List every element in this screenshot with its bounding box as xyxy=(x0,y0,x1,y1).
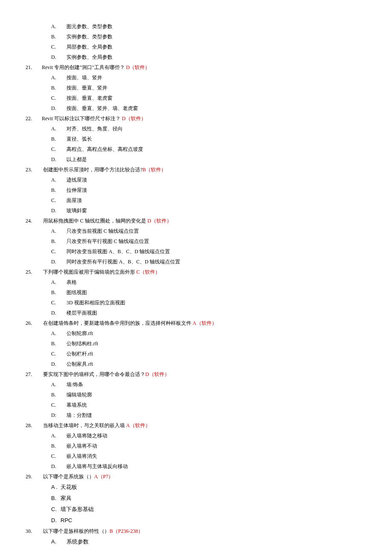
pre-option-c: C.局部参数、全局参数 xyxy=(26,42,366,52)
option-text: 按面、垂直、老虎窗 xyxy=(66,95,112,101)
option-text: 高程点、高程点坐标、高程点坡度 xyxy=(66,146,143,152)
option-text: 同时改变当前视图 A、B、C、D 轴线端点位置 xyxy=(66,249,170,254)
question-number: 30. xyxy=(26,526,42,536)
option-letter: D. xyxy=(51,359,66,369)
question-number: 23. xyxy=(26,165,42,175)
option-text: 墙：分割缝 xyxy=(66,412,92,418)
question-25: 25. 下列哪个视图应被用于编辑墙的立面外形 C（软件） xyxy=(26,267,366,277)
question-answer: D（软件） xyxy=(121,116,146,121)
option-letter: A. xyxy=(51,21,66,32)
option-letter: B. xyxy=(51,236,66,246)
q28-option-c: C.嵌入墙将消失 xyxy=(26,451,366,461)
option-letter: C. xyxy=(51,246,66,257)
question-number: 26. xyxy=(26,318,42,328)
option-letter: D. xyxy=(51,103,66,113)
option-letter: B. xyxy=(51,134,66,144)
option-letter: D. xyxy=(51,308,66,318)
option-letter: B. xyxy=(51,390,66,400)
q27-option-b: B.编辑墙轮廓 xyxy=(26,390,366,400)
question-answer: A（P7） xyxy=(94,474,113,480)
option-letter: D: xyxy=(51,410,66,420)
question-number: 24. xyxy=(26,216,42,226)
option-text: 对齐、线性、角度、径向 xyxy=(66,126,123,132)
q27-option-a: A.墙:饰条 xyxy=(26,379,366,390)
q24-option-b: B.只改变所有平行视图 C 轴线端点位置 xyxy=(26,236,366,246)
option-text: 公制家具.rft xyxy=(66,361,93,367)
q25-option-b: B.图纸视图 xyxy=(26,287,366,298)
option-text: 实例参数、全局参数 xyxy=(66,54,112,60)
option-letter: B. xyxy=(51,185,66,195)
option-letter: C. xyxy=(51,42,66,52)
q26-option-b: B.公制结构柱.rft xyxy=(26,338,366,349)
option-text: 图元参数、类型参数 xyxy=(66,23,112,29)
q21-option-a: A.按面、墙、竖井 xyxy=(26,72,366,83)
option-letter: D. xyxy=(51,515,61,526)
document-body: A.图元参数、类型参数 B.实例参数、类型参数 C.局部参数、全局参数 D.实例… xyxy=(26,21,366,547)
question-number: 29. xyxy=(26,471,42,482)
q23-option-b: B.拉伸屋顶 xyxy=(26,185,366,195)
option-text: 直径、弧长 xyxy=(66,136,92,142)
q29-option-d: D.RPC xyxy=(26,515,366,526)
option-letter: D. xyxy=(51,461,66,471)
question-text: 在创建墙饰条时，要新建墙饰条中用到的族，应选择何种样板文件 xyxy=(42,320,191,326)
option-text: 面屋顶 xyxy=(66,197,82,203)
q26-option-a: A.公制轮廓.rft xyxy=(26,328,366,338)
q28-option-a: A.嵌入墙将随之移动 xyxy=(26,431,366,441)
option-text: 迹线屋顶 xyxy=(66,177,87,183)
option-text: 拉伸屋顶 xyxy=(66,187,87,193)
q30-option-a: A.系统参数 xyxy=(26,536,366,547)
option-letter: A. xyxy=(51,124,66,134)
option-text: 实例参数、类型参数 xyxy=(66,34,112,40)
option-letter: C. xyxy=(51,504,61,515)
option-letter: C. xyxy=(51,400,66,410)
option-letter: C. xyxy=(51,298,66,308)
option-letter: B. xyxy=(51,441,66,451)
question-text: 当移动主体墙时，与之关联的嵌入墙 xyxy=(42,422,125,428)
question-text: 创建图中所示屋顶时，用哪个方法比较合适? xyxy=(42,167,142,173)
question-number: 28. xyxy=(26,420,42,431)
q21-option-b: B.按面、垂直、竖井 xyxy=(26,83,366,93)
option-text: 楼层平面视图 xyxy=(66,310,97,316)
question-24: 24. 用鼠标拖拽图中 C 轴线红圈处，轴网的变化是 D（软件） xyxy=(26,216,366,226)
option-text: 局部参数、全局参数 xyxy=(66,44,112,50)
option-letter: D. xyxy=(51,205,66,216)
option-text: 按面、墙、竖井 xyxy=(66,75,102,81)
question-number: 27. xyxy=(26,369,42,379)
option-letter: A. xyxy=(51,431,66,441)
option-letter: B. xyxy=(51,338,66,349)
question-number: 21. xyxy=(26,62,42,72)
question-text: 要实现下图中的墙样式，用哪个命令最合适？ xyxy=(42,371,145,377)
q24-option-c: C.同时改变当前视图 A、B、C、D 轴线端点位置 xyxy=(26,246,366,257)
q22-option-c: C.高程点、高程点坐标、高程点坡度 xyxy=(26,144,366,154)
option-letter: C. xyxy=(51,93,66,103)
q27-option-c: C.幕墙系统 xyxy=(26,400,366,410)
question-text: 以下哪个是系统族（） xyxy=(42,474,94,480)
option-text: 嵌入墙将不动 xyxy=(66,443,97,449)
option-text: 表格 xyxy=(66,279,77,285)
option-letter: B. xyxy=(51,287,66,298)
question-21: 21.Revit 专用的创建"洞口"工具有哪些？ D（软件） xyxy=(26,62,366,72)
option-text: 同时改变所有平行视图 A、B、C、D 轴线端点位置 xyxy=(66,259,180,265)
option-letter: A . xyxy=(51,482,61,493)
question-text: Revit 可以标注以下哪些尺寸标注？ xyxy=(42,116,121,121)
option-letter: B. xyxy=(51,83,66,93)
option-text: 嵌入墙将随之移动 xyxy=(66,433,107,439)
question-text: 以下哪个是族样板的特性（） xyxy=(42,528,110,534)
option-text: 只改变当前视图 C 轴线端点位置 xyxy=(66,228,139,234)
option-letter: A. xyxy=(51,328,66,338)
question-answer: D（软件） xyxy=(125,64,150,70)
option-letter: B. xyxy=(51,32,66,42)
q22-option-b: B.直径、弧长 xyxy=(26,134,366,144)
option-text: 以上都是 xyxy=(66,156,87,162)
option-letter: D. xyxy=(51,154,66,165)
pre-option-a: A.图元参数、类型参数 xyxy=(26,21,366,32)
option-text: 3D 视图和相应的立面视图 xyxy=(66,300,125,306)
option-text: 编辑墙轮廓 xyxy=(66,392,92,398)
question-28: 28. 当移动主体墙时，与之关联的嵌入墙 A（软件） xyxy=(26,420,366,431)
q28-option-d: D.嵌入墙将与主体墙反向移动 xyxy=(26,461,366,471)
option-text: RPC xyxy=(61,517,72,523)
q25-option-c: C.3D 视图和相应的立面视图 xyxy=(26,298,366,308)
option-text: 幕墙系统 xyxy=(66,402,87,408)
option-text: 系统参数 xyxy=(66,538,89,545)
q21-option-c: C.按面、垂直、老虎窗 xyxy=(26,93,366,103)
